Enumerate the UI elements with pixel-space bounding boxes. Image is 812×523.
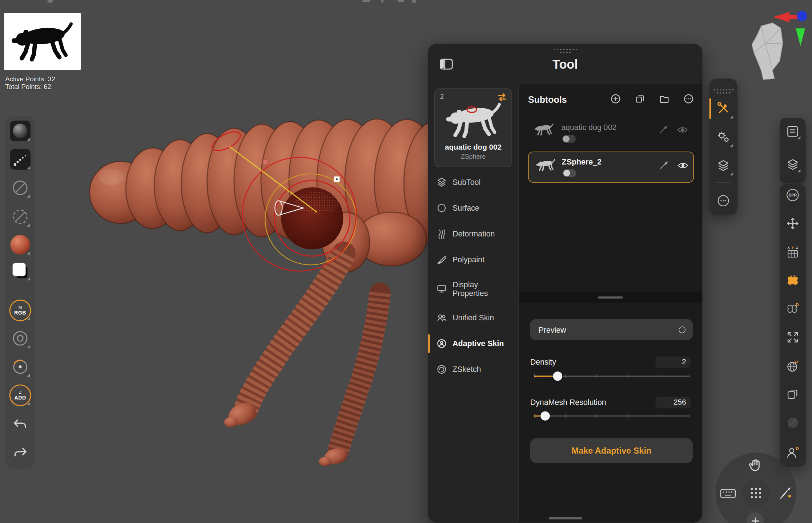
dynamesh-value[interactable]: 256 <box>655 397 691 408</box>
subtool-row-selected[interactable]: ZSphere_2 <box>528 151 694 182</box>
menu-item-subtool[interactable]: SubTool <box>428 169 518 195</box>
duplicate-subtool-button[interactable] <box>635 94 645 104</box>
edge-toolbar-top <box>780 118 805 183</box>
menu-item-label: Surface <box>453 203 504 212</box>
layers-tab[interactable] <box>712 154 735 177</box>
alpha-button[interactable] <box>9 177 32 199</box>
bpr-render-button[interactable]: BPR <box>783 186 802 204</box>
axis-z-dot[interactable] <box>797 11 807 21</box>
view-gizmo[interactable] <box>738 8 812 90</box>
sculpt-mode-button[interactable]: Z ADD <box>9 384 32 407</box>
density-slider-knob[interactable] <box>553 372 562 381</box>
gizmo-head <box>752 23 783 80</box>
symmetry-button[interactable] <box>783 272 802 290</box>
paint-mode-nav-button[interactable] <box>777 485 793 502</box>
layers-icon <box>717 159 730 172</box>
menu-item-adaptive-skin[interactable]: Adaptive Skin <box>428 331 518 356</box>
sculpt-mode-label: ADD <box>14 395 26 400</box>
top-toolbar-fragment <box>381 0 383 3</box>
lf-render-button[interactable]: LF <box>783 356 802 375</box>
subtool-visibility-toggle[interactable] <box>563 169 576 177</box>
brush-preview-icon <box>13 123 28 138</box>
texture-button[interactable] <box>9 206 32 228</box>
points-stats: Active Points: 32 Total Points: 62 <box>5 75 55 91</box>
subtool-visibility-toggle[interactable] <box>562 135 576 143</box>
texture-off-icon <box>10 206 31 227</box>
frame-button[interactable] <box>783 385 802 404</box>
gears-icon <box>716 130 731 145</box>
material-button[interactable] <box>9 233 32 256</box>
draw-size-button[interactable] <box>9 327 32 350</box>
dynamesh-slider-knob[interactable] <box>540 411 550 421</box>
nav-grid-button[interactable] <box>741 479 771 508</box>
top-toolbar-fragment <box>412 0 416 3</box>
preview-button[interactable]: Preview <box>530 319 693 340</box>
tools-tab[interactable] <box>712 97 735 120</box>
total-points-label: Total Points: 62 <box>5 83 55 90</box>
subtools-header: Subtools <box>528 95 567 106</box>
menu-item-surface[interactable]: Surface <box>428 195 518 221</box>
axis-y-arrow[interactable] <box>796 28 805 46</box>
tool-panel: Tool 2 aquatic dog 002 ZSphere SubTool <box>428 44 703 523</box>
subtools-more-button[interactable] <box>683 94 694 104</box>
menu-item-deformation[interactable]: Deformation <box>428 221 518 247</box>
menu-item-zsketch[interactable]: ZSketch <box>428 356 518 382</box>
redo-icon <box>12 445 28 460</box>
panel-drag-handle[interactable] <box>554 49 577 53</box>
preview-radio-icon <box>679 326 686 333</box>
brush-button[interactable] <box>9 119 32 142</box>
active-tab-indicator <box>710 98 711 119</box>
redo-button[interactable] <box>9 441 32 464</box>
panel-resize-handle[interactable] <box>548 517 582 519</box>
folder-button[interactable] <box>659 94 669 104</box>
xyz-grid-button[interactable]: X Y Z <box>783 243 802 261</box>
tool-menu: SubTool Surface Deformation Polypaint Di… <box>428 169 518 382</box>
person-d-icon: D <box>785 445 800 460</box>
floating-toolbar <box>710 79 737 215</box>
settings-tab[interactable] <box>712 126 735 149</box>
subtool-row[interactable]: aquatic dog 002 <box>519 118 702 149</box>
hand-icon <box>748 458 763 474</box>
plus-icon <box>751 516 759 523</box>
solo-d-button[interactable]: D <box>783 443 802 462</box>
add-subtool-button[interactable] <box>610 94 620 104</box>
polypaint-pen-icon[interactable] <box>658 125 668 135</box>
globe-lf-icon: LF <box>785 358 800 373</box>
panel-splitter[interactable] <box>519 292 702 303</box>
active-points-label: Active Points: 32 <box>5 75 55 83</box>
make-adaptive-skin-button[interactable]: Make Adaptive Skin <box>530 438 693 463</box>
dynamesh-slider[interactable] <box>534 411 690 421</box>
disabled-material-button[interactable] <box>783 413 802 432</box>
add-nav-button[interactable] <box>747 512 764 523</box>
gizmo-button[interactable] <box>783 214 802 233</box>
axis-x-arrow[interactable] <box>773 12 798 22</box>
active-tool-preview[interactable] <box>4 13 81 70</box>
tool-thumbnail <box>445 100 502 139</box>
stroke-button[interactable] <box>9 148 32 171</box>
tool-card[interactable]: 2 aquatic dog 002 ZSphere <box>434 89 512 167</box>
paint-mode-button[interactable]: M RGB <box>9 299 32 322</box>
menu-item-polypaint[interactable]: Polypaint <box>428 247 518 272</box>
app-stage: Active Points: 32 Total Points: 62 <box>0 0 812 523</box>
menu-item-unified-skin[interactable]: Unified Skin <box>428 305 518 331</box>
eye-icon[interactable] <box>677 125 688 135</box>
density-slider[interactable] <box>534 372 690 381</box>
pan-hand-button[interactable] <box>748 458 763 474</box>
keyboard-button[interactable] <box>720 487 736 500</box>
more-tab[interactable] <box>712 189 735 212</box>
layers-panel-button[interactable] <box>783 155 802 174</box>
focal-shift-icon <box>10 356 31 377</box>
undo-button[interactable] <box>9 412 32 435</box>
color-swatch-button[interactable] <box>9 259 32 282</box>
density-value[interactable]: 2 <box>655 356 691 368</box>
menu-item-label: Unified Skin <box>453 313 504 322</box>
alpha-off-icon <box>10 178 31 198</box>
symmetry-d-button[interactable]: D <box>783 300 802 318</box>
adaptive-skin-icon <box>437 338 447 349</box>
fullscreen-button[interactable] <box>783 328 802 346</box>
focal-shift-button[interactable] <box>9 356 32 378</box>
notes-panel-button[interactable] <box>783 122 802 141</box>
eye-icon[interactable] <box>677 161 688 171</box>
menu-item-display-properties[interactable]: Display Properties <box>428 273 518 305</box>
polypaint-pen-icon[interactable] <box>658 161 668 171</box>
